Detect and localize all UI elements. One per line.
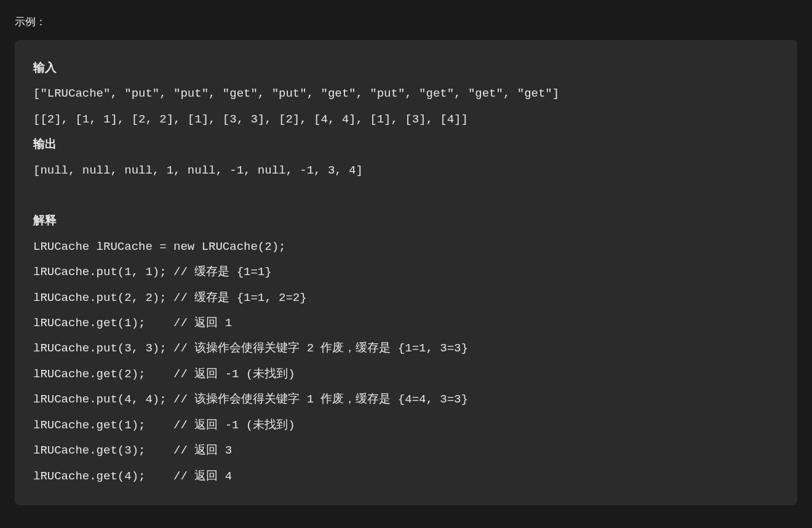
code-line: [null, null, null, 1, null, -1, null, -1… — [33, 164, 363, 177]
code-block: 输入 ["LRUCache", "put", "put", "get", "pu… — [15, 40, 797, 505]
code-line: lRUCache.get(1); // 返回 1 — [33, 316, 232, 330]
code-line: lRUCache.get(4); // 返回 4 — [33, 470, 232, 483]
code-line-bold: 输出 — [33, 138, 57, 151]
code-line: lRUCache.put(2, 2); // 缓存是 {1=1, 2=2} — [33, 291, 307, 305]
example-label: 示例： — [15, 15, 797, 29]
code-line: lRUCache.get(2); // 返回 -1 (未找到) — [33, 367, 295, 381]
code-line-bold: 解释 — [33, 214, 57, 228]
code-line: lRUCache.get(3); // 返回 3 — [33, 444, 232, 457]
code-line: lRUCache.put(3, 3); // 该操作会使得关键字 2 作废，缓存… — [33, 342, 468, 355]
code-line: ["LRUCache", "put", "put", "get", "put",… — [33, 87, 559, 100]
code-line: lRUCache.put(1, 1); // 缓存是 {1=1} — [33, 265, 272, 279]
code-line-bold: 输入 — [33, 62, 57, 75]
code-line: LRUCache lRUCache = new LRUCache(2); — [33, 240, 285, 254]
code-line: [[2], [1, 1], [2, 2], [1], [3, 3], [2], … — [33, 113, 468, 126]
code-line: lRUCache.put(4, 4); // 该操作会使得关键字 1 作废，缓存… — [33, 393, 468, 406]
code-line: lRUCache.get(1); // 返回 -1 (未找到) — [33, 418, 295, 432]
